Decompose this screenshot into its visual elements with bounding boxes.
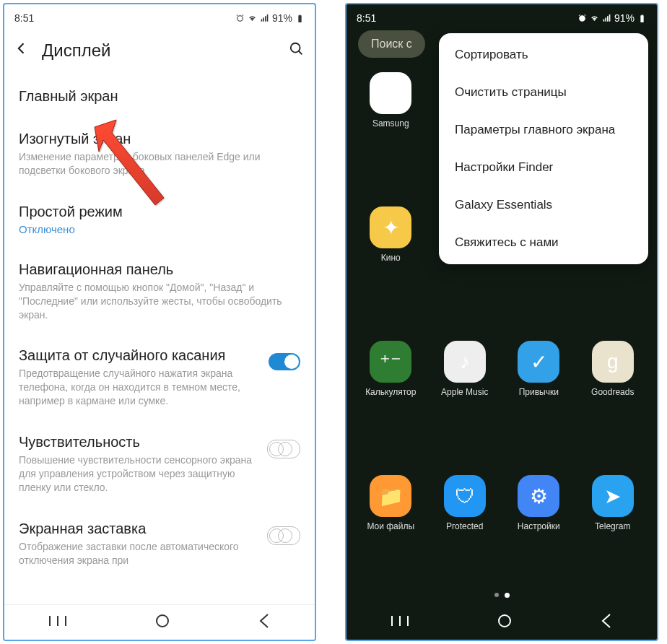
svg-point-0 (291, 43, 300, 52)
app-мои-файлы[interactable]: 📁Мои файлы (354, 475, 428, 596)
context-menu: Сортировать Очистить страницы Параметры … (439, 33, 648, 264)
app-label: Мои файлы (367, 521, 414, 531)
protected-icon: 🛡 (444, 475, 486, 517)
status-icons: 91% (577, 12, 647, 24)
settings-header: Дисплей (4, 27, 315, 75)
item-simple-mode[interactable]: Простой режим Отключено (19, 191, 300, 248)
svg-point-4 (499, 615, 510, 627)
nav-back[interactable] (258, 613, 271, 632)
search-button[interactable] (289, 41, 305, 61)
status-bar: 8:51 91% (4, 4, 315, 27)
nav-recents[interactable] (391, 614, 409, 630)
menu-finder-settings[interactable]: Настройки Finder (439, 149, 648, 186)
item-curved-screen[interactable]: Изогнутый экран Изменение параметров бок… (19, 118, 300, 191)
nav-bar (346, 605, 657, 640)
toggle-accidental-touch[interactable] (269, 353, 300, 370)
files-icon: 📁 (370, 475, 411, 517)
app-label: Калькулятор (365, 387, 416, 397)
apple-music-icon: ♪ (444, 341, 486, 383)
app-кино[interactable]: ✦Кино (354, 206, 428, 328)
battery-text: 91% (272, 12, 292, 24)
nav-recents[interactable] (48, 614, 67, 630)
battery-icon (637, 14, 647, 23)
item-accidental-touch[interactable]: Защита от случайного касания Предотвраще… (19, 334, 300, 421)
app-label: Привычки (519, 387, 559, 397)
search-apps[interactable]: Поиск с (358, 30, 425, 58)
app-привычки[interactable]: ✓Привычки (502, 341, 576, 462)
settings-icon: ⚙ (518, 475, 559, 517)
toggle-screensaver[interactable] (267, 526, 300, 545)
status-time: 8:51 (357, 12, 376, 24)
item-nav-panel[interactable]: Навигационная панель Управляйте с помощь… (19, 248, 300, 335)
signal-icon (602, 14, 611, 23)
app-label: Apple Music (441, 387, 488, 397)
back-button[interactable] (14, 41, 29, 60)
battery-icon (295, 14, 305, 23)
app-apple-music[interactable]: ♪Apple Music (428, 341, 502, 462)
habits-icon: ✓ (518, 341, 559, 383)
item-screensaver[interactable]: Экранная заставка Отображение заставки п… (19, 508, 300, 580)
battery-text: 91% (614, 12, 635, 24)
app-goodreads[interactable]: gGoodreads (576, 341, 650, 462)
alarm-icon (577, 14, 587, 23)
page-indicator (346, 593, 657, 598)
cinema-icon: ✦ (370, 206, 411, 248)
wifi-icon (590, 14, 599, 23)
app-настройки[interactable]: ⚙Настройки (502, 475, 576, 596)
right-phone: 8:51 91% Поиск с ▦Samsung✦Кино⁺⁻Калькуля… (345, 3, 658, 641)
nav-home[interactable] (154, 613, 170, 632)
menu-clear-pages[interactable]: Очистить страницы (439, 74, 648, 111)
app-label: Protected (446, 521, 483, 531)
page-title: Дисплей (42, 40, 289, 61)
menu-contact-us[interactable]: Свяжитесь с нами (439, 224, 648, 261)
nav-home[interactable] (497, 613, 513, 632)
status-bar: 8:51 91% (346, 4, 657, 27)
menu-sort[interactable]: Сортировать (439, 36, 648, 74)
app-label: Настройки (518, 521, 560, 531)
signal-icon (260, 14, 269, 23)
app-samsung[interactable]: ▦Samsung (354, 72, 428, 193)
menu-home-settings[interactable]: Параметры главного экрана (439, 111, 648, 149)
app-label: Goodreads (591, 387, 634, 397)
status-time: 8:51 (14, 12, 34, 24)
calculator-icon: ⁺⁻ (370, 341, 411, 383)
nav-bar (4, 604, 315, 640)
app-label: Telegram (595, 521, 630, 531)
telegram-icon: ➤ (592, 475, 634, 517)
item-sensitivity[interactable]: Чувствительность Повышение чувствительно… (19, 421, 300, 508)
page-dot (494, 593, 499, 597)
svg-point-2 (157, 615, 168, 627)
app-protected[interactable]: 🛡Protected (428, 475, 502, 596)
alarm-icon (235, 14, 245, 23)
item-home-screen[interactable]: Главный экран (19, 75, 300, 118)
page-dot-active (505, 593, 510, 598)
samsung-folder-icon: ▦ (370, 72, 411, 114)
app-калькулятор[interactable]: ⁺⁻Калькулятор (354, 341, 428, 462)
goodreads-icon: g (592, 341, 634, 383)
app-telegram[interactable]: ➤Telegram (576, 475, 650, 596)
wifi-icon (248, 14, 257, 23)
app-label: Samsung (372, 118, 409, 129)
toggle-sensitivity[interactable] (267, 440, 300, 458)
nav-back[interactable] (600, 613, 613, 632)
status-icons: 91% (235, 12, 305, 24)
menu-galaxy-essentials[interactable]: Galaxy Essentials (439, 186, 648, 224)
settings-list: Главный экран Изогнутый экран Изменение … (4, 75, 315, 580)
left-phone: 8:51 91% Дисплей Главный экран Изогнутый… (3, 3, 316, 641)
app-label: Кино (381, 253, 401, 263)
